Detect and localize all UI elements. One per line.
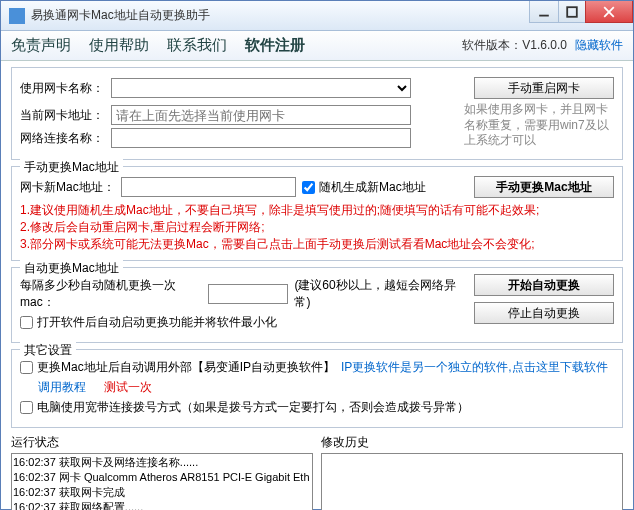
minimize-button[interactable] (529, 1, 559, 23)
startup-auto-checkbox[interactable] (20, 316, 33, 329)
card-name-select[interactable] (111, 78, 411, 98)
interval-field[interactable] (208, 284, 288, 304)
run-status-list[interactable]: 16:02:37 获取网卡及网络连接名称......16:02:37 网卡 Qu… (11, 453, 313, 510)
menu-disclaimer[interactable]: 免责声明 (11, 36, 71, 55)
titlebar: 易换通网卡Mac地址自动更换助手 (1, 1, 633, 31)
manual-warnings: 1.建议使用随机生成Mac地址，不要自己填写，除非是填写使用过的;随便填写的话有… (20, 202, 614, 252)
tutorial-link[interactable]: 调用教程 (38, 379, 86, 396)
window-title: 易换通网卡Mac地址自动更换助手 (31, 7, 530, 24)
start-auto-button[interactable]: 开始自动更换 (474, 274, 614, 296)
auto-legend: 自动更换Mac地址 (20, 260, 123, 277)
download-ip-software-link[interactable]: IP更换软件是另一个独立的软件,点击这里下载软件 (341, 359, 608, 376)
new-mac-label: 网卡新Mac地址： (20, 179, 115, 196)
maximize-button[interactable] (558, 1, 586, 23)
auto-change-box: 自动更换Mac地址 每隔多少秒自动随机更换一次mac： (建议60秒以上，越短会… (11, 267, 623, 343)
conn-name-label: 网络连接名称： (20, 130, 105, 147)
card-addr-label: 当前网卡地址： (20, 107, 105, 124)
conn-name-field[interactable] (111, 128, 411, 148)
log-line[interactable]: 16:02:37 获取网卡及网络连接名称...... (13, 455, 311, 470)
card-info-box: 使用网卡名称： 手动重启网卡 当前网卡地址： 网络连接名称： 如果使用多网卡，并 (11, 67, 623, 160)
close-button[interactable] (585, 1, 633, 23)
external-ip-checkbox[interactable] (20, 361, 33, 374)
menu-contact[interactable]: 联系我们 (167, 36, 227, 55)
log-line[interactable]: 16:02:37 网卡 Qualcomm Atheros AR8151 PCI-… (13, 470, 311, 485)
multi-card-note: 如果使用多网卡，并且网卡名称重复，需要用win7及以上系统才可以 (464, 102, 614, 151)
other-settings-box: 其它设置 更换Mac地址后自动调用外部【易变通IP自动更换软件】 IP更换软件是… (11, 349, 623, 428)
other-legend: 其它设置 (20, 342, 76, 359)
log-line[interactable]: 16:02:37 获取网络配置...... (13, 500, 311, 510)
menu-help[interactable]: 使用帮助 (89, 36, 149, 55)
manual-change-box: 手动更换Mac地址 网卡新Mac地址： 随机生成新Mac地址 手动更换Mac地址… (11, 166, 623, 261)
new-mac-field[interactable] (121, 177, 296, 197)
history-list[interactable] (321, 453, 623, 510)
app-icon (9, 8, 25, 24)
card-addr-field[interactable] (111, 105, 411, 125)
card-name-label: 使用网卡名称： (20, 80, 105, 97)
dial-checkbox-label[interactable]: 电脑使用宽带连接拨号方式（如果是拨号方式一定要打勾，否则会造成拨号异常） (20, 399, 469, 416)
random-mac-checkbox-label[interactable]: 随机生成新Mac地址 (302, 179, 426, 196)
manual-change-button[interactable]: 手动更换Mac地址 (474, 176, 614, 198)
interval-hint: (建议60秒以上，越短会网络异常) (294, 277, 464, 311)
dial-checkbox[interactable] (20, 401, 33, 414)
stop-auto-button[interactable]: 停止自动更换 (474, 302, 614, 324)
random-mac-checkbox[interactable] (302, 181, 315, 194)
hide-software-link[interactable]: 隐藏软件 (575, 37, 623, 54)
menubar: 免责声明 使用帮助 联系我们 软件注册 软件版本：V1.6.0.0 隐藏软件 (1, 31, 633, 61)
run-status-label: 运行状态 (11, 434, 313, 451)
startup-auto-checkbox-label[interactable]: 打开软件后自动启动更换功能并将软件最小化 (20, 314, 277, 331)
restart-card-button[interactable]: 手动重启网卡 (474, 77, 614, 99)
svg-rect-1 (567, 7, 577, 17)
version-label: 软件版本：V1.6.0.0 (462, 37, 567, 54)
external-ip-checkbox-label[interactable]: 更换Mac地址后自动调用外部【易变通IP自动更换软件】 (20, 359, 335, 376)
menu-register[interactable]: 软件注册 (245, 36, 305, 55)
manual-legend: 手动更换Mac地址 (20, 159, 123, 176)
log-line[interactable]: 16:02:37 获取网卡完成 (13, 485, 311, 500)
test-once-link[interactable]: 测试一次 (104, 379, 152, 396)
history-label: 修改历史 (321, 434, 623, 451)
interval-label: 每隔多少秒自动随机更换一次mac： (20, 277, 202, 311)
